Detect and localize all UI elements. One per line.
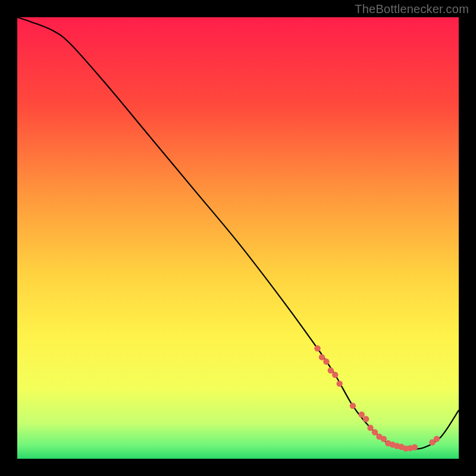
chart-marker — [367, 425, 373, 431]
chart-marker — [412, 444, 418, 450]
chart-marker — [336, 381, 342, 387]
watermark-text: TheBottlenecker.com — [355, 2, 469, 16]
chart-marker — [332, 372, 338, 378]
chart-frame: TheBottlenecker.com — [0, 0, 476, 476]
chart-marker — [363, 416, 369, 422]
chart-svg — [17, 17, 459, 459]
chart-marker — [359, 412, 365, 418]
chart-marker — [319, 354, 325, 360]
chart-marker — [323, 359, 329, 365]
chart-background — [17, 17, 459, 459]
chart-marker — [314, 345, 320, 351]
chart-marker — [328, 367, 334, 373]
chart-plot-area — [17, 17, 459, 459]
chart-marker — [350, 403, 356, 409]
chart-marker — [372, 429, 378, 435]
chart-marker — [434, 436, 440, 441]
chart-marker — [381, 436, 387, 441]
